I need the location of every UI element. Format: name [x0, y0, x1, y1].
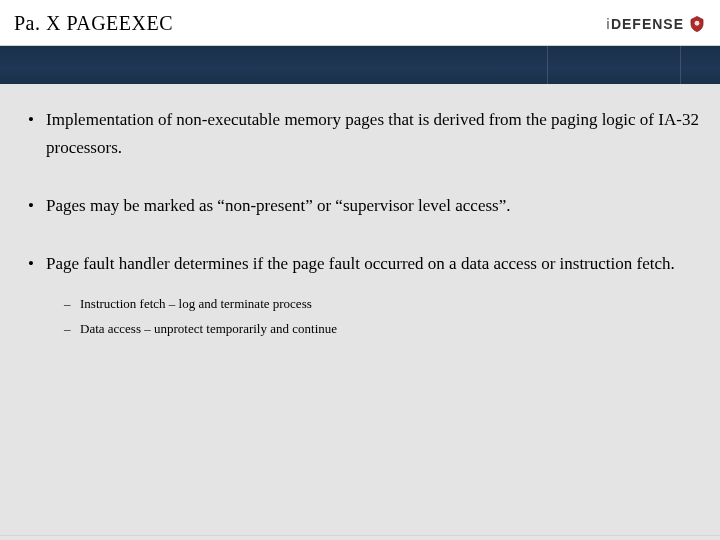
slide-header: Pa. X PAGEEXEC iDEFENSE: [0, 0, 720, 46]
slide-title: Pa. X PAGEEXEC: [14, 12, 173, 35]
brand-logo-text: iDEFENSE: [606, 16, 684, 32]
bullet-text: Pages may be marked as “non-present” or …: [46, 196, 510, 215]
svg-point-0: [695, 20, 700, 25]
sub-bullet-list: Instruction fetch – log and terminate pr…: [46, 292, 700, 341]
bullet-list: Implementation of non-executable memory …: [28, 106, 700, 342]
list-item: Page fault handler determines if the pag…: [28, 250, 700, 341]
sub-bullet-text: Instruction fetch – log and terminate pr…: [80, 296, 312, 311]
brand-logo: iDEFENSE: [606, 15, 706, 33]
bullet-text: Implementation of non-executable memory …: [46, 110, 699, 157]
bullet-text: Page fault handler determines if the pag…: [46, 254, 675, 273]
sub-list-item: Data access – unprotect temporarily and …: [46, 317, 700, 342]
slide-body: Implementation of non-executable memory …: [0, 84, 720, 392]
footer-divider: [0, 535, 720, 536]
shield-icon: [688, 15, 706, 33]
sub-bullet-text: Data access – unprotect temporarily and …: [80, 321, 337, 336]
sub-list-item: Instruction fetch – log and terminate pr…: [46, 292, 700, 317]
list-item: Pages may be marked as “non-present” or …: [28, 192, 700, 220]
title-band: [0, 46, 720, 84]
list-item: Implementation of non-executable memory …: [28, 106, 700, 162]
